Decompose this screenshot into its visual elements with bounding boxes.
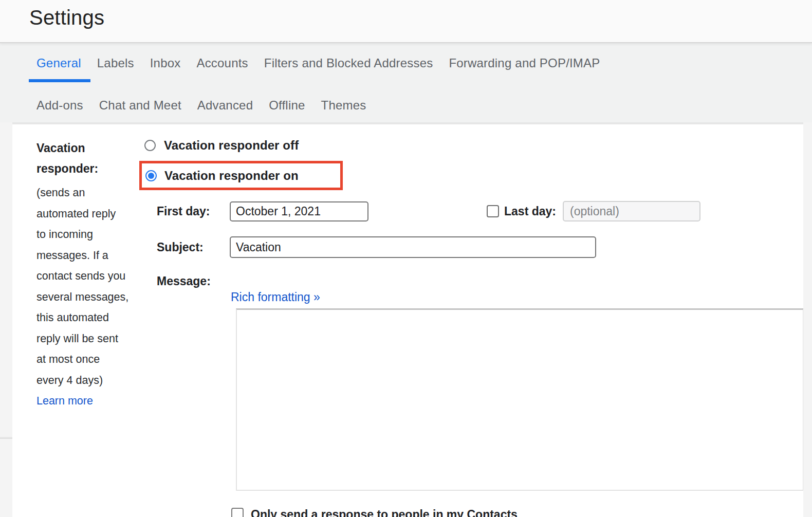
vacation-responder-label: Vacation responder: bbox=[36, 138, 139, 179]
vacation-responder-on-option[interactable]: Vacation responder on bbox=[142, 163, 340, 188]
message-content: Rich formatting » bbox=[230, 290, 803, 491]
tab-forwarding-pop-imap[interactable]: Forwarding and POP/IMAP bbox=[449, 56, 600, 70]
vacation-responder-on-label: Vacation responder on bbox=[164, 169, 299, 183]
last-day-input[interactable] bbox=[563, 201, 700, 221]
scrollbar-gutter bbox=[803, 122, 812, 517]
gutter-divider bbox=[0, 437, 12, 439]
message-row: Message: Rich formatting » bbox=[139, 274, 803, 491]
tab-add-ons[interactable]: Add-ons bbox=[36, 98, 83, 113]
subject-label: Subject: bbox=[157, 241, 230, 254]
settings-content: Vacation responder: (sends an automated … bbox=[0, 122, 812, 517]
contacts-only-label: Only send a response to people in my Con… bbox=[251, 508, 518, 517]
tab-labels[interactable]: Labels bbox=[97, 56, 134, 70]
dates-row: First day: Last day: bbox=[139, 201, 803, 221]
page-title: Settings bbox=[29, 6, 812, 29]
message-label: Message: bbox=[157, 274, 230, 288]
tab-inbox[interactable]: Inbox bbox=[150, 56, 181, 70]
radio-off-icon[interactable] bbox=[144, 140, 156, 151]
contacts-only-checkbox[interactable] bbox=[231, 508, 244, 517]
settings-header: Settings bbox=[0, 0, 812, 43]
left-gutter bbox=[0, 122, 12, 517]
description-line: messages. If a bbox=[36, 245, 139, 266]
vacation-responder-description: Vacation responder: (sends an automated … bbox=[36, 138, 139, 517]
tab-row-2: Add-ons Chat and Meet Advanced Offline T… bbox=[36, 98, 812, 113]
settings-page: Settings General Labels Inbox Accounts F… bbox=[0, 0, 812, 517]
subject-row: Subject: bbox=[139, 236, 803, 258]
subject-input[interactable] bbox=[230, 236, 596, 258]
vacation-responder-section: Vacation responder: (sends an automated … bbox=[12, 122, 803, 517]
description-line: automated reply bbox=[36, 204, 139, 225]
first-day-input[interactable] bbox=[230, 201, 368, 221]
tab-filters-blocked-addresses[interactable]: Filters and Blocked Addresses bbox=[264, 56, 433, 70]
settings-tabs: General Labels Inbox Accounts Filters an… bbox=[0, 43, 812, 122]
tab-themes[interactable]: Themes bbox=[321, 98, 366, 113]
vacation-responder-off-label: Vacation responder off bbox=[164, 138, 299, 153]
description-line: every 4 days) bbox=[36, 370, 139, 391]
description-line: contact sends you bbox=[36, 266, 139, 287]
description-line: reply will be sent bbox=[36, 328, 139, 349]
description-line: to incoming bbox=[36, 224, 139, 245]
description-line: at most once bbox=[36, 349, 139, 370]
contacts-only-option[interactable]: Only send a response to people in my Con… bbox=[231, 508, 803, 517]
first-day-label: First day: bbox=[157, 205, 230, 218]
last-day-label: Last day: bbox=[504, 205, 556, 218]
vacation-responder-help-text: (sends an automated reply to incoming me… bbox=[36, 182, 139, 391]
tab-advanced[interactable]: Advanced bbox=[197, 98, 253, 113]
red-highlight-box: Vacation responder on bbox=[139, 161, 343, 190]
message-textarea[interactable] bbox=[236, 308, 803, 491]
tab-offline[interactable]: Offline bbox=[269, 98, 305, 113]
tab-chat-and-meet[interactable]: Chat and Meet bbox=[99, 98, 181, 113]
vacation-responder-form: Vacation responder off Vacation responde… bbox=[139, 139, 803, 517]
description-line: this automated bbox=[36, 307, 139, 328]
tab-general[interactable]: General bbox=[36, 56, 81, 70]
radio-on-icon[interactable] bbox=[145, 170, 157, 181]
tab-accounts[interactable]: Accounts bbox=[196, 56, 248, 70]
last-day-group: Last day: bbox=[487, 201, 700, 221]
last-day-checkbox[interactable] bbox=[487, 205, 499, 217]
vacation-responder-off-option[interactable]: Vacation responder off bbox=[139, 139, 803, 152]
learn-more-link[interactable]: Learn more bbox=[36, 391, 93, 411]
tab-row-1: General Labels Inbox Accounts Filters an… bbox=[36, 56, 812, 70]
description-line: (sends an bbox=[36, 182, 139, 204]
description-line: several messages, bbox=[36, 287, 139, 308]
rich-formatting-link[interactable]: Rich formatting » bbox=[231, 290, 320, 304]
